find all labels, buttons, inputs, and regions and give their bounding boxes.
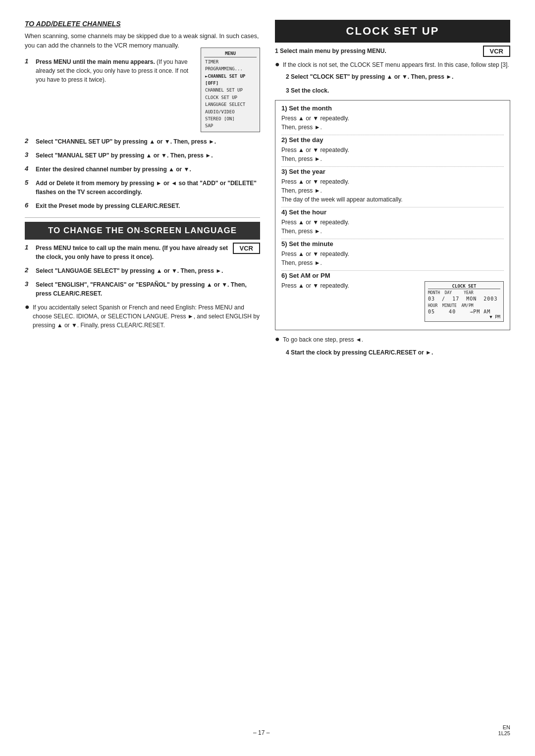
clock-bullet-2-dot: ● bbox=[275, 335, 281, 344]
cd-arrow: ▼ PM bbox=[428, 314, 500, 319]
menu-item-timer: TIMER PROGRAMMING... bbox=[204, 58, 257, 73]
lang-step-1-text: Press MENU twice to call up the main men… bbox=[36, 245, 228, 260]
menu-item-channel: CHANNEL SET UP bbox=[204, 87, 257, 94]
step-2-content: Select "CHANNEL SET UP" by pressing ▲ or… bbox=[36, 137, 260, 146]
clock-step-4-text: 4 Start the clock by pressing CLEAR/C.RE… bbox=[286, 349, 433, 356]
lang-step-2-num: 2 bbox=[25, 266, 33, 274]
page-code: EN 1L25 bbox=[498, 724, 510, 736]
left-column: TO ADD/DELETE CHANNELS When scanning, so… bbox=[25, 20, 260, 362]
menu-item-language: LANGUAGE SELECT bbox=[204, 101, 257, 108]
lang-step-2-content: Select "LANGUAGE SELECT" by pressing ▲ o… bbox=[36, 266, 260, 275]
clock-sub-step-5: 5) Set the minute Press ▲ or ▼ repeatedl… bbox=[281, 240, 504, 271]
step-2-num: 2 bbox=[25, 137, 33, 145]
main-content: TO ADD/DELETE CHANNELS When scanning, so… bbox=[25, 20, 510, 362]
cd-row1-label: MONTH DAY YEAR bbox=[428, 291, 500, 295]
clock-step-1-content: 1 Select main menu by pressing MENU. bbox=[275, 47, 483, 55]
clock-sub-step-6-text: Press ▲ or ▼ repeatedly. bbox=[281, 281, 416, 290]
clock-step-4-content: 4 Start the clock by pressing CLEAR/C.RE… bbox=[286, 348, 510, 357]
lang-step-3-num: 3 bbox=[25, 280, 33, 288]
clock-step-1-text: 1 Select main menu by pressing MENU. bbox=[275, 48, 386, 54]
clock-sub-step-3-text: Press ▲ or ▼ repeatedly.Then, press ►.Th… bbox=[281, 177, 504, 204]
clock-step-3-content: 3 Set the clock. bbox=[286, 86, 510, 95]
step-1-text: Press MENU until the main menu appears. bbox=[36, 58, 155, 65]
step-3-content: Select "MANUAL SET UP" by pressing ▲ or … bbox=[36, 151, 260, 160]
lang-step-3-content: Select "ENGLISH", "FRANCAIS" or "ESPAÑOL… bbox=[36, 280, 260, 298]
clock-step-2-content: 2 Select "CLOCK SET" by pressing ▲ or ▼.… bbox=[286, 72, 510, 81]
page: TO ADD/DELETE CHANNELS When scanning, so… bbox=[0, 0, 535, 756]
lang-bullet-dot: ● bbox=[25, 303, 31, 330]
cd-title: CLOCK SET bbox=[428, 284, 500, 289]
lang-bullet: ● If you accidentally select Spanish or … bbox=[25, 303, 260, 330]
clock-sub-step-6-label: 6) Set AM or PM bbox=[281, 272, 504, 279]
lang-step-1: 1 Press MENU twice to call up the main m… bbox=[25, 244, 233, 261]
lang-step-1-num: 1 bbox=[25, 244, 33, 251]
step-6-num: 6 bbox=[25, 202, 33, 209]
clock-step-3: 3 Set the clock. bbox=[275, 86, 510, 95]
clock-display-widget: CLOCK SET MONTH DAY YEAR 03 / 17 MON 200… bbox=[425, 281, 504, 322]
cd-row2-val: 05 40 →PM AM bbox=[428, 309, 500, 314]
cd-row1-val: 03 / 17 MON 2003 bbox=[428, 296, 500, 302]
page-number: – 17 – bbox=[25, 729, 498, 736]
clock-steps-box: 1) Set the month Press ▲ or ▼ repeatedly… bbox=[275, 100, 510, 330]
clock-sub-step-5-label: 5) Set the minute bbox=[281, 240, 504, 248]
step-4: 4 Enter the desired channel number by pr… bbox=[25, 165, 260, 174]
step-6-content: Exit the Preset mode by pressing CLEAR/C… bbox=[36, 202, 260, 210]
clock-step-4-num-spacer bbox=[275, 348, 283, 355]
lang-step-2-text: Select "LANGUAGE SELECT" by pressing ▲ o… bbox=[36, 267, 223, 274]
lang-step-3-text: Select "ENGLISH", "FRANCAIS" or "ESPAÑOL… bbox=[36, 281, 247, 297]
clock-sub-step-2-text: Press ▲ or ▼ repeatedly.Then, press ►. bbox=[281, 146, 504, 163]
step-5-content: Add or Delete it from memory by pressing… bbox=[36, 179, 260, 197]
clock-step-1: 1 Select main menu by pressing MENU. bbox=[275, 47, 483, 55]
vcr-badge-language: VCR bbox=[233, 243, 260, 254]
clock-sub-step-3: 3) Set the year Press ▲ or ▼ repeatedly.… bbox=[281, 168, 504, 207]
clock-bullet-1-dot: ● bbox=[275, 60, 281, 69]
divider-1 bbox=[25, 217, 260, 218]
clock-sub-step-4: 4) Set the hour Press ▲ or ▼ repeatedly.… bbox=[281, 208, 504, 239]
step-4-text: Enter the desired channel number by pres… bbox=[36, 166, 191, 173]
clock-sub-step-1: 1) Set the month Press ▲ or ▼ repeatedly… bbox=[281, 104, 504, 135]
step-3-text: Select "MANUAL SET UP" by pressing ▲ or … bbox=[36, 152, 213, 159]
step-5-num: 5 bbox=[25, 179, 33, 186]
step-6-text: Exit the Preset mode by pressing CLEAR/C… bbox=[36, 202, 180, 209]
step-5: 5 Add or Delete it from memory by pressi… bbox=[25, 179, 260, 197]
step-2: 2 Select "CHANNEL SET UP" by pressing ▲ … bbox=[25, 137, 260, 146]
clock-bullet-1: ● If the clock is not set, the CLOCK SET… bbox=[275, 60, 510, 69]
model-code: 1L25 bbox=[498, 730, 510, 736]
menu-item-clock: CLOCK SET UP bbox=[204, 94, 257, 101]
page-footer: – 17 – EN 1L25 bbox=[25, 724, 510, 736]
clock-sub-step-6-row: Press ▲ or ▼ repeatedly. CLOCK SET MONTH… bbox=[281, 281, 504, 322]
step-5-text: Add or Delete it from memory by pressing… bbox=[36, 180, 257, 196]
step-3-num: 3 bbox=[25, 151, 33, 158]
clock-step-2: 2 Select "CLOCK SET" by pressing ▲ or ▼.… bbox=[275, 72, 510, 81]
clock-sub-step-2-label: 2) Set the day bbox=[281, 136, 504, 144]
step-6: 6 Exit the Preset mode by pressing CLEAR… bbox=[25, 202, 260, 210]
clock-step-3-num-spacer bbox=[275, 86, 283, 94]
menu-item-audio: AUDIO/VIDEO bbox=[204, 108, 257, 115]
clock-bullet-2: ● To go back one step, press ◄. bbox=[275, 335, 510, 344]
language-section-title: TO CHANGE THE ON-SCREEN LANGUAGE bbox=[25, 222, 260, 240]
menu-item-stereo: STEREO [ON] bbox=[204, 115, 257, 122]
add-delete-title: TO ADD/DELETE CHANNELS bbox=[25, 20, 260, 28]
clock-sub-step-3-label: 3) Set the year bbox=[281, 168, 504, 175]
step-1-content: Press MENU until the main menu appears. … bbox=[36, 57, 260, 132]
step-3: 3 Select "MANUAL SET UP" by pressing ▲ o… bbox=[25, 151, 260, 160]
menu-item-channel-off: ►CHANNEL SET UP [OFF] bbox=[204, 73, 257, 87]
clock-sub-step-1-label: 1) Set the month bbox=[281, 104, 504, 112]
lang-step-3: 3 Select "ENGLISH", "FRANCAIS" or "ESPAÑ… bbox=[25, 280, 260, 298]
menu-image: MENU TIMER PROGRAMMING... ►CHANNEL SET U… bbox=[201, 48, 260, 132]
clock-sub-step-2: 2) Set the day Press ▲ or ▼ repeatedly.T… bbox=[281, 136, 504, 167]
lang-code: EN bbox=[503, 724, 510, 730]
step-4-content: Enter the desired channel number by pres… bbox=[36, 165, 260, 174]
step-4-num: 4 bbox=[25, 165, 33, 172]
clock-setup-title: CLOCK SET UP bbox=[275, 20, 510, 43]
clock-step-2-text: 2 Select "CLOCK SET" by pressing ▲ or ▼.… bbox=[286, 73, 453, 80]
clock-step-4: 4 Start the clock by pressing CLEAR/C.RE… bbox=[275, 348, 510, 357]
lang-step-1-content: Press MENU twice to call up the main men… bbox=[36, 244, 233, 261]
clock-sub-step-5-text: Press ▲ or ▼ repeatedly.Then, press ►. bbox=[281, 250, 504, 267]
cd-row2-label: HOUR MINUTE AM/PM bbox=[428, 303, 500, 308]
step-2-text: Select "CHANNEL SET UP" by pressing ▲ or… bbox=[36, 138, 216, 145]
clock-vcr-badge: VCR bbox=[483, 46, 510, 57]
lang-bullet-text: If you accidentally select Spanish or Fr… bbox=[33, 303, 260, 330]
clock-bullet-1-text: If the clock is not set, the CLOCK SET m… bbox=[283, 60, 509, 69]
clock-bullet-2-text: To go back one step, press ◄. bbox=[283, 335, 363, 344]
